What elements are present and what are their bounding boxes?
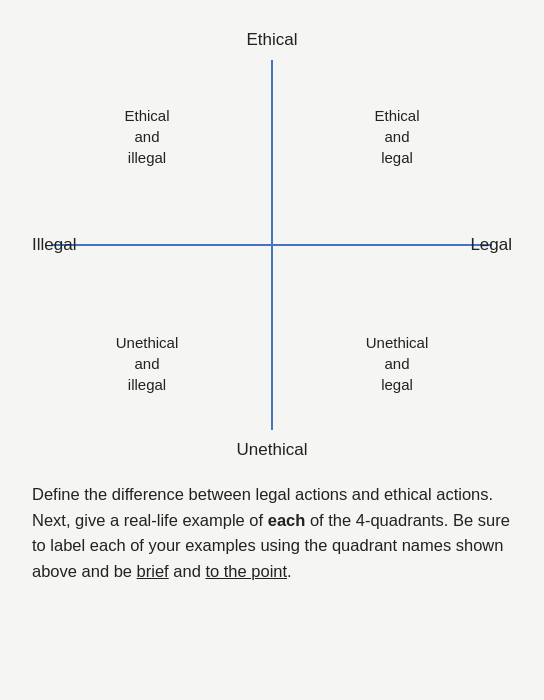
q-tl-line2: and: [134, 128, 159, 145]
quadrant-bottom-left: Unethical and illegal: [87, 332, 207, 395]
description-paragraph: Define the difference between legal acti…: [32, 482, 512, 584]
desc-end: .: [287, 562, 292, 580]
q-tr-line1: Ethical: [374, 107, 419, 124]
quadrant-bottom-right: Unethical and legal: [337, 332, 457, 395]
desc-connector: and: [169, 562, 206, 580]
page-container: Ethical Unethical Illegal Legal Ethical …: [0, 0, 544, 700]
desc-underline-brief: brief: [137, 562, 169, 580]
q-tr-line2: and: [384, 128, 409, 145]
horizontal-axis: [52, 244, 492, 246]
q-br-line3: legal: [381, 376, 413, 393]
desc-underline-point: to the point: [205, 562, 287, 580]
q-tr-line3: legal: [381, 149, 413, 166]
desc-bold-each: each: [268, 511, 306, 529]
q-br-line2: and: [384, 355, 409, 372]
q-tl-line3: illegal: [128, 149, 166, 166]
q-tl-line1: Ethical: [124, 107, 169, 124]
q-br-line1: Unethical: [366, 334, 429, 351]
q-bl-line3: illegal: [128, 376, 166, 393]
label-ethical-top: Ethical: [246, 30, 297, 50]
q-bl-line1: Unethical: [116, 334, 179, 351]
quadrant-top-left: Ethical and illegal: [92, 105, 202, 168]
quadrant-top-right: Ethical and legal: [342, 105, 452, 168]
label-illegal-left: Illegal: [32, 235, 76, 255]
ethics-chart: Ethical Unethical Illegal Legal Ethical …: [32, 30, 512, 460]
label-legal-right: Legal: [470, 235, 512, 255]
q-bl-line2: and: [134, 355, 159, 372]
label-unethical-bottom: Unethical: [237, 440, 308, 460]
